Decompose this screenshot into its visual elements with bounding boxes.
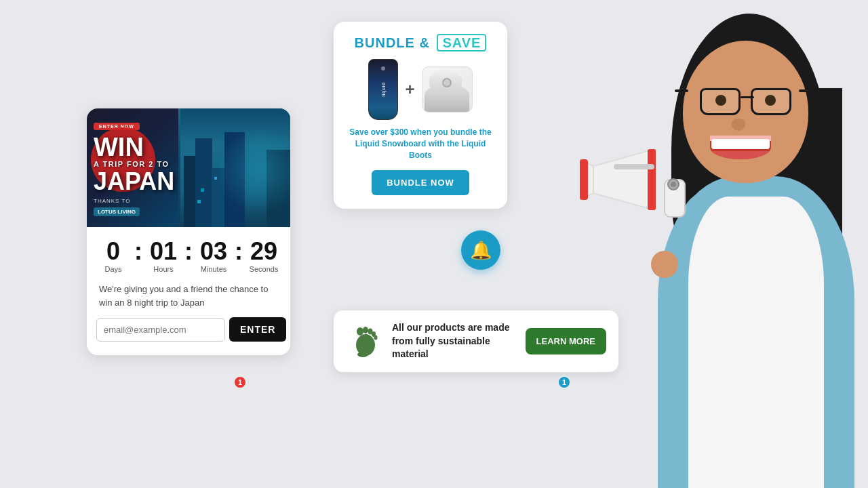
pupil-right: [765, 95, 776, 106]
japan-win-card: ENTER NOW WIN A TRIP FOR 2 TO JAPAN THAN…: [87, 108, 290, 355]
bundle-card: BUNDLE & SAVE liquid + Save over $300 wh…: [334, 22, 507, 209]
japan-description: We're giving you and a friend the chance…: [87, 279, 290, 317]
japan-card-image: ENTER NOW WIN A TRIP FOR 2 TO JAPAN THAN…: [87, 108, 290, 227]
shirt: [688, 197, 824, 488]
countdown-row: 0 Days : 01 Hours : 03 Minutes : 29 Seco…: [87, 227, 290, 279]
seconds-number: 29: [244, 239, 283, 264]
bundle-description: Save over $300 when you bundle the Liqui…: [346, 127, 495, 161]
minutes-label: Minutes: [194, 265, 233, 273]
bell-notification-bubble[interactable]: 🔔: [461, 230, 500, 270]
gift-badge: 1: [233, 375, 247, 389]
pupil-left: [715, 95, 726, 106]
city-illustration: [180, 108, 290, 227]
win-text: WIN: [94, 134, 174, 160]
bell-icon: 🔔: [470, 240, 492, 261]
enter-button[interactable]: ENTER: [229, 317, 286, 342]
svg-point-6: [357, 352, 368, 357]
glasses-bridge: [741, 96, 754, 98]
sep-3: :: [233, 239, 244, 264]
bundle-products: liquid +: [346, 59, 495, 120]
woman-illustration: [570, 0, 868, 488]
hours-label: Hours: [144, 265, 183, 273]
bundle-title-save: SAVE: [437, 34, 486, 52]
boot-product: [422, 66, 473, 113]
japan-text: JAPAN: [94, 168, 174, 195]
svg-point-0: [357, 327, 363, 336]
seconds-unit: 29 Seconds: [244, 239, 283, 273]
svg-point-4: [374, 336, 378, 340]
email-badge: 1: [557, 375, 571, 389]
glasses-arm-right: [799, 89, 812, 92]
email-input[interactable]: [96, 318, 225, 342]
svg-point-1: [363, 327, 368, 333]
days-unit: 0 Days: [94, 239, 133, 273]
thanks-text: THANKS TO: [94, 198, 174, 204]
megaphone-svg: [580, 136, 702, 237]
sustainable-text: All our products are made from fully sus…: [392, 321, 516, 361]
seconds-label: Seconds: [244, 265, 283, 273]
footprint-icon: [348, 325, 380, 357]
japan-entry-form: ENTER: [87, 317, 290, 342]
glasses-arm-left: [675, 89, 688, 92]
hand-left: [651, 251, 678, 278]
days-label: Days: [94, 265, 133, 273]
brand-text: LOTUS LIVING: [94, 207, 140, 216]
snowboard-product: liquid: [368, 59, 398, 120]
bundle-title-part1: BUNDLE &: [355, 35, 430, 50]
sep-1: :: [133, 239, 144, 264]
nose: [732, 119, 745, 131]
days-number: 0: [94, 239, 133, 264]
svg-rect-10: [614, 164, 654, 169]
sep-2: :: [183, 239, 194, 264]
svg-point-12: [671, 182, 676, 187]
bundle-title: BUNDLE & SAVE: [346, 35, 495, 51]
bundle-button[interactable]: BUNDLE NOW: [372, 170, 469, 195]
plus-sign: +: [405, 80, 414, 99]
footprint-icon-wrap: [346, 323, 382, 359]
hours-number: 01: [144, 239, 183, 264]
svg-rect-8: [580, 159, 588, 200]
minutes-unit: 03 Minutes: [194, 239, 233, 273]
teeth: [711, 139, 770, 149]
minutes-number: 03: [194, 239, 233, 264]
hours-unit: 01 Hours: [144, 239, 183, 273]
svg-rect-9: [648, 149, 656, 210]
